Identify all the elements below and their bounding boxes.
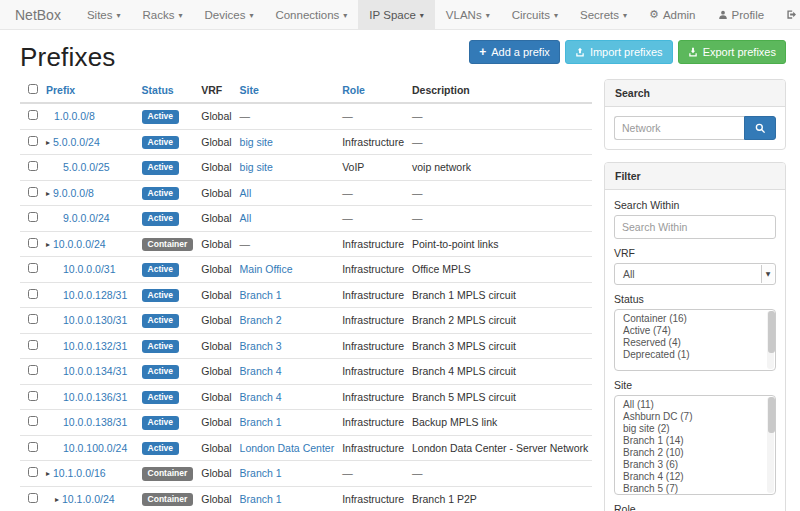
nav-item-sites[interactable]: Sites ▾ (76, 0, 132, 29)
nav-item-connections[interactable]: Connections ▾ (264, 0, 358, 29)
vrf-value: Global (197, 257, 235, 283)
site-link[interactable]: Branch 1 (240, 416, 282, 428)
row-checkbox[interactable] (28, 442, 38, 452)
vrf-value: Global (197, 308, 235, 334)
sort-site[interactable]: Site (240, 84, 259, 96)
prefix-link[interactable]: 10.0.0.0/24 (53, 238, 106, 250)
profile-link[interactable]: Profile (707, 0, 776, 29)
filter-option[interactable]: Branch 5 (7) (615, 483, 775, 495)
row-checkbox[interactable] (28, 212, 38, 222)
nav-item-racks[interactable]: Racks ▾ (132, 0, 194, 29)
search-button[interactable] (744, 116, 776, 140)
sort-prefix[interactable]: Prefix (46, 84, 75, 96)
search-within-input[interactable] (614, 215, 776, 239)
prefix-link[interactable]: 10.0.0.132/31 (63, 340, 127, 352)
profile-label: Profile (732, 9, 765, 21)
prefix-link[interactable]: 10.0.0.134/31 (63, 365, 127, 377)
prefix-link[interactable]: 10.0.0.138/31 (63, 416, 127, 428)
site-link[interactable]: Branch 3 (240, 340, 282, 352)
site-listbox[interactable]: All (11)Ashburn DC (7)big site (2)Branch… (614, 395, 776, 495)
prefix-link[interactable]: 9.0.0.0/8 (53, 187, 94, 199)
admin-link[interactable]: ⚙ Admin (638, 0, 706, 29)
table-row: ▸10.0.0.134/31 Active Global Branch 4 In… (20, 359, 592, 385)
scrollbar-thumb[interactable] (768, 311, 775, 353)
row-checkbox[interactable] (28, 136, 38, 146)
prefix-link[interactable]: 10.1.0.0/24 (62, 493, 115, 505)
site-link[interactable]: Main Office (240, 263, 293, 275)
filter-option[interactable]: Active (74) (615, 325, 775, 337)
row-checkbox[interactable] (28, 391, 38, 401)
site-link[interactable]: Branch 1 (240, 289, 282, 301)
site-link[interactable]: Branch 1 (240, 467, 282, 479)
vrf-select[interactable]: All ▼ (614, 263, 776, 285)
vrf-value: Global (197, 461, 235, 487)
select-all-checkbox[interactable] (28, 84, 38, 94)
filter-option[interactable]: Branch 2 (10) (615, 447, 775, 459)
filter-option[interactable]: All (11) (615, 399, 775, 411)
site-link[interactable]: All (240, 212, 252, 224)
site-link[interactable]: Branch 2 (240, 314, 282, 326)
role-value: — (338, 206, 408, 232)
status-badge: Active (142, 110, 180, 124)
row-checkbox[interactable] (28, 416, 38, 426)
row-checkbox[interactable] (28, 467, 38, 477)
scrollbar-thumb[interactable] (768, 397, 775, 433)
brand-link[interactable]: NetBox (0, 0, 76, 29)
prefix-link[interactable]: 10.0.100.0/24 (63, 442, 127, 454)
expand-arrow-icon: ▸ (55, 495, 59, 504)
nav-item-devices[interactable]: Devices ▾ (193, 0, 264, 29)
row-checkbox[interactable] (28, 263, 38, 273)
sort-status[interactable]: Status (142, 84, 174, 96)
row-checkbox[interactable] (28, 365, 38, 375)
filter-option[interactable]: big site (2) (615, 423, 775, 435)
prefix-link[interactable]: 10.0.0.0/31 (63, 263, 116, 275)
row-checkbox[interactable] (28, 238, 38, 248)
prefix-link[interactable]: 10.0.0.128/31 (63, 289, 127, 301)
export-icon (688, 47, 698, 57)
filter-option[interactable]: Branch 3 (6) (615, 459, 775, 471)
nav-item-vlans[interactable]: VLANs ▾ (435, 0, 501, 29)
sort-role[interactable]: Role (342, 84, 365, 96)
vrf-value: Global (197, 282, 235, 308)
site-link[interactable]: Branch 4 (240, 391, 282, 403)
site-link[interactable]: All (240, 187, 252, 199)
site-link[interactable]: Branch 1 (240, 493, 282, 505)
export-prefixes-button[interactable]: Export prefixes (678, 40, 786, 64)
row-checkbox[interactable] (28, 340, 38, 350)
nav-item-circuits[interactable]: Circuits ▾ (501, 0, 569, 29)
prefix-link[interactable]: 1.0.0.0/8 (54, 110, 95, 122)
filter-option[interactable]: Branch 4 (12) (615, 471, 775, 483)
site-link[interactable]: London Data Center (240, 442, 335, 454)
row-checkbox[interactable] (28, 314, 38, 324)
table-row: ▸10.0.0.136/31 Active Global Branch 4 In… (20, 384, 592, 410)
filter-option[interactable]: Branch 1 (14) (615, 435, 775, 447)
import-prefixes-button[interactable]: Import prefixes (565, 40, 673, 64)
row-checkbox[interactable] (28, 289, 38, 299)
logout-link[interactable]: Log out (775, 0, 800, 29)
navbar: NetBox Sites ▾ Racks ▾ Devices ▾ Connect… (0, 0, 800, 30)
site-link[interactable]: big site (240, 136, 273, 148)
search-input[interactable] (614, 116, 744, 140)
filter-option[interactable]: Reserved (4) (615, 337, 775, 349)
filter-option[interactable]: Ashburn DC (7) (615, 411, 775, 423)
filter-option[interactable]: Deprecated (1) (615, 349, 775, 361)
status-listbox[interactable]: Container (16)Active (74)Reserved (4)Dep… (614, 309, 776, 371)
prefix-link[interactable]: 10.1.0.0/16 (53, 467, 106, 479)
site-link[interactable]: Branch 4 (240, 365, 282, 377)
row-checkbox[interactable] (28, 110, 38, 120)
vrf-value: Global (197, 486, 235, 511)
row-checkbox[interactable] (28, 493, 38, 503)
row-checkbox[interactable] (28, 161, 38, 171)
prefix-link[interactable]: 5.0.0.0/24 (53, 136, 100, 148)
table-row: ▸1.0.0.0/8 Active Global — — — (20, 103, 592, 129)
add-prefix-button[interactable]: + Add a prefix (469, 40, 560, 64)
prefix-link[interactable]: 5.0.0.0/25 (63, 161, 110, 173)
nav-item-ip-space[interactable]: IP Space ▾ (358, 0, 434, 29)
filter-option[interactable]: Container (16) (615, 313, 775, 325)
site-link[interactable]: big site (240, 161, 273, 173)
nav-item-secrets[interactable]: Secrets ▾ (569, 0, 638, 29)
prefix-link[interactable]: 9.0.0.0/24 (63, 212, 110, 224)
prefix-link[interactable]: 10.0.0.130/31 (63, 314, 127, 326)
row-checkbox[interactable] (28, 187, 38, 197)
prefix-link[interactable]: 10.0.0.136/31 (63, 391, 127, 403)
